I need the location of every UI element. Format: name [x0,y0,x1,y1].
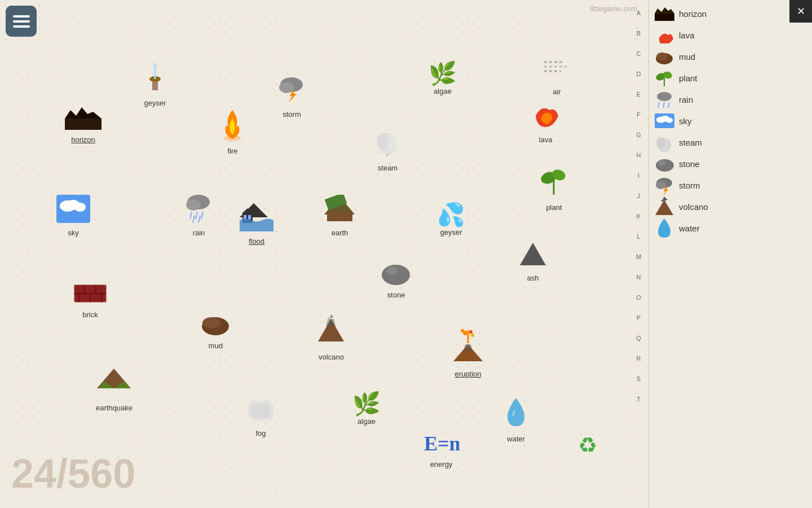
element-ash[interactable]: ash [519,240,547,282]
svg-rect-70 [655,14,674,21]
element-geyser2[interactable]: 💦geyser [437,203,465,237]
svg-point-42 [382,265,410,285]
mud-label: mud [209,341,223,350]
element-eruption[interactable]: eruption [451,327,485,378]
close-button[interactable]: ✕ [789,0,812,23]
plant-label: plant [546,203,562,212]
element-recycle[interactable]: ♻ [575,429,606,463]
sidebar-steam-label: steam [679,138,702,147]
sidebar-item-storm[interactable]: storm [649,174,812,196]
svg-point-15 [386,135,398,150]
fog-icon [245,392,276,427]
svg-marker-55 [326,319,336,326]
element-fire[interactable]: fire [220,107,245,155]
alpha-E[interactable]: E [629,84,648,104]
lava-label: lava [539,135,553,144]
element-water[interactable]: water [502,395,530,443]
flood-label: flood [249,237,264,246]
sidebar-item-sky[interactable]: sky [649,110,812,132]
element-flood[interactable]: flood [240,200,273,246]
svg-rect-67 [251,404,271,418]
alpha-R[interactable]: R [629,348,648,369]
sky-label: sky [68,229,79,237]
alpha-P[interactable]: P [629,308,648,328]
element-earth[interactable]: earth [324,195,355,237]
svg-point-43 [386,267,398,275]
sidebar-item-water[interactable]: water [649,217,812,239]
sidebar-storm-label: storm [679,181,700,190]
energy-label: energy [430,460,453,468]
element-lava[interactable]: lava [530,99,561,144]
svg-point-23 [186,199,201,211]
alpha-L[interactable]: L [629,226,648,247]
menu-button[interactable] [6,6,37,37]
element-fog[interactable]: fog [245,392,276,437]
svg-marker-92 [655,200,673,215]
element-storm[interactable]: storm [276,73,307,119]
geyser2-icon: 💦 [437,203,465,226]
brick-icon [73,282,107,308]
svg-line-27 [193,216,195,223]
element-air[interactable]: air [541,51,572,96]
alpha-H[interactable]: H [629,145,648,165]
element-geyser[interactable]: geyser [141,62,169,107]
alpha-I[interactable]: I [629,165,648,186]
sidebar-sky-icon [655,112,674,129]
element-horizon[interactable]: horizon [65,107,102,144]
svg-point-73 [656,52,668,60]
alpha-O[interactable]: O [629,287,648,308]
alpha-J[interactable]: J [629,186,648,206]
sidebar-item-horizon[interactable]: horizon [649,3,812,24]
alpha-Q[interactable]: Q [629,328,648,348]
alpha-S[interactable]: S [629,369,648,389]
sidebar-item-steam[interactable]: steam [649,132,812,153]
svg-point-87 [656,159,674,172]
volcano-label: volcano [319,353,344,361]
alpha-G[interactable]: G [629,125,648,145]
element-algae1[interactable]: 🌿algae [429,62,457,95]
sidebar-stone-icon [655,155,674,172]
element-brick[interactable]: brick [73,282,107,319]
sidebar-item-mud[interactable]: mud [649,46,812,67]
element-rain[interactable]: rain [183,192,214,237]
element-plant[interactable]: plant [539,164,570,212]
eruption-icon [451,327,485,367]
earthquake-icon [96,367,133,401]
rain-icon [183,192,214,226]
alpha-M[interactable]: M [629,247,648,267]
svg-point-53 [202,317,220,329]
recycle-icon: ♻ [575,429,606,463]
alpha-C[interactable]: C [629,43,648,64]
element-algae2[interactable]: 🌿algae [352,392,381,426]
svg-marker-57 [464,344,473,351]
sidebar-item-lava[interactable]: lava [649,24,812,46]
sidebar-rain-icon [655,91,674,108]
svg-rect-10 [65,119,102,130]
svg-marker-71 [655,7,674,14]
element-earthquake[interactable]: earthquake [96,367,133,412]
element-sky[interactable]: sky [56,195,90,237]
geyser-icon [141,62,169,97]
sidebar-item-volcano[interactable]: volcano [649,196,812,217]
sidebar-item-rain[interactable]: rain [649,89,812,110]
element-volcano[interactable]: volcano [316,313,347,361]
alpha-T[interactable]: T [629,389,648,409]
alpha-B[interactable]: B [629,23,648,43]
alpha-N[interactable]: N [629,267,648,287]
element-stone[interactable]: stone [381,260,412,299]
alpha-K[interactable]: K [629,206,648,226]
sidebar-item-plant[interactable]: plant [649,67,812,89]
svg-rect-36 [327,214,352,221]
element-energy[interactable]: E=mc²energy [423,429,460,468]
element-steam[interactable]: steam [372,121,403,172]
sidebar-lava-label: lava [679,30,695,40]
alpha-D[interactable]: D [629,64,648,84]
sidebar-item-stone[interactable]: stone [649,153,812,174]
alpha-A[interactable]: A [629,3,648,23]
element-mud[interactable]: mud [200,310,231,350]
svg-point-5 [279,82,294,93]
sidebar-lava-icon [655,27,674,43]
alpha-F[interactable]: F [629,104,648,125]
geyser-label: geyser [144,99,166,107]
horizon-label: horizon [71,135,95,144]
